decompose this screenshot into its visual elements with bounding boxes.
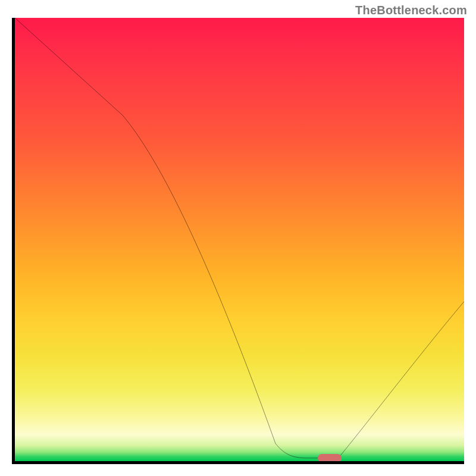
chart-container: TheBottleneck.com: [0, 0, 476, 476]
plot-area: [12, 18, 464, 464]
watermark-text: TheBottleneck.com: [355, 4, 467, 17]
optimal-point-marker: [318, 454, 342, 462]
gradient-background: [15, 18, 464, 461]
